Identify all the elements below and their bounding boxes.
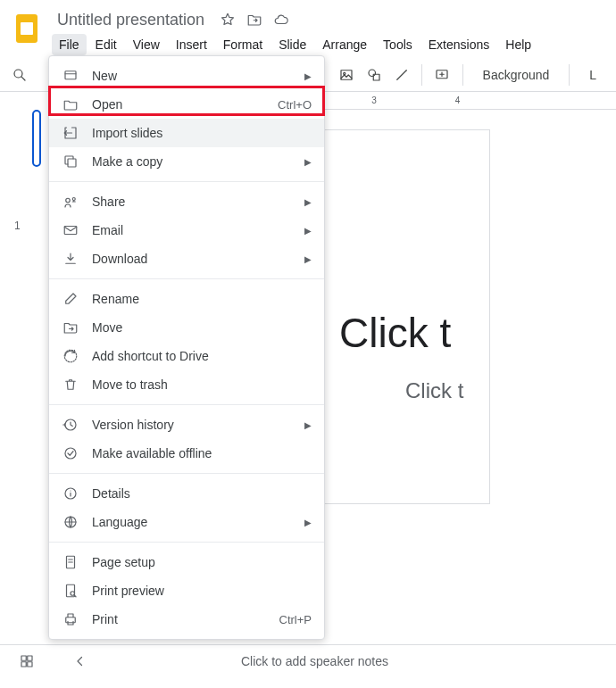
menu-edit[interactable]: Edit xyxy=(88,34,124,55)
menu-extensions[interactable]: Extensions xyxy=(421,34,496,55)
menu-item-email[interactable]: Email▶ xyxy=(49,216,324,245)
menu-divider xyxy=(49,473,324,474)
print-preview-icon xyxy=(62,582,79,600)
menu-divider xyxy=(49,404,324,405)
globe-icon xyxy=(62,513,79,531)
menu-item-new[interactable]: New▶ xyxy=(49,62,324,90)
copy-icon xyxy=(62,153,79,170)
slide-new-icon xyxy=(62,67,79,85)
menu-item-label: New xyxy=(92,69,304,83)
document-title[interactable]: Untitled presentation xyxy=(52,9,210,31)
menu-item-label: Move xyxy=(92,320,312,335)
shape-icon[interactable] xyxy=(365,64,384,86)
menu-item-move-to-trash[interactable]: Move to trash xyxy=(49,370,324,399)
info-icon xyxy=(62,485,79,502)
svg-rect-1 xyxy=(21,22,33,35)
menu-item-download[interactable]: Download▶ xyxy=(49,245,324,273)
submenu-arrow-icon: ▶ xyxy=(304,420,312,430)
menu-item-label: Email xyxy=(92,223,304,237)
rename-icon xyxy=(62,290,79,308)
search-menus-icon[interactable] xyxy=(11,64,29,86)
menu-divider xyxy=(49,542,324,543)
svg-point-5 xyxy=(344,72,345,74)
menu-item-add-shortcut-to-drive[interactable]: Add shortcut to Drive xyxy=(49,342,324,370)
menu-item-details[interactable]: Details xyxy=(49,479,324,508)
menu-view[interactable]: View xyxy=(126,34,167,55)
line-icon[interactable] xyxy=(392,64,411,86)
move-to-folder-icon[interactable] xyxy=(246,11,263,29)
svg-rect-10 xyxy=(28,656,32,660)
svg-point-15 xyxy=(66,198,71,203)
menu-divider xyxy=(49,278,324,279)
menu-item-label: Version history xyxy=(92,418,304,432)
offline-icon xyxy=(62,444,79,462)
svg-point-18 xyxy=(64,350,77,362)
add-comment-icon[interactable] xyxy=(433,64,452,86)
menu-item-open[interactable]: OpenCtrl+O xyxy=(49,90,324,119)
background-button[interactable]: Background xyxy=(474,64,559,86)
import-icon xyxy=(62,124,79,142)
menu-item-make-a-copy[interactable]: Make a copy▶ xyxy=(49,147,324,176)
menu-item-rename[interactable]: Rename xyxy=(49,285,324,313)
menu-slide[interactable]: Slide xyxy=(271,34,313,55)
menu-item-label: Page setup xyxy=(92,555,312,569)
menu-item-label: Language xyxy=(92,515,304,529)
grid-view-icon[interactable] xyxy=(18,652,36,670)
menu-item-page-setup[interactable]: Page setup xyxy=(49,548,324,576)
menu-item-language[interactable]: Language▶ xyxy=(49,508,324,536)
menu-arrange[interactable]: Arrange xyxy=(315,34,374,55)
submenu-arrow-icon: ▶ xyxy=(304,71,312,81)
download-icon xyxy=(62,250,79,268)
menu-item-make-available-offline[interactable]: Make available offline xyxy=(49,439,324,468)
menu-item-import-slides[interactable]: Import slides xyxy=(49,119,324,147)
menu-item-version-history[interactable]: Version history▶ xyxy=(49,410,324,439)
svg-rect-14 xyxy=(68,159,76,167)
menu-tools[interactable]: Tools xyxy=(376,34,420,55)
menu-help[interactable]: Help xyxy=(498,34,538,55)
submenu-arrow-icon: ▶ xyxy=(304,254,312,264)
menu-item-shortcut: Ctrl+O xyxy=(278,98,312,112)
prev-slide-icon[interactable] xyxy=(71,652,89,670)
svg-point-6 xyxy=(369,70,376,77)
insert-image-icon[interactable] xyxy=(337,64,356,86)
menu-item-label: Add shortcut to Drive xyxy=(92,349,312,363)
menu-file[interactable]: File xyxy=(52,34,87,55)
submenu-arrow-icon: ▶ xyxy=(304,518,312,527)
menu-format[interactable]: Format xyxy=(216,34,270,55)
svg-rect-11 xyxy=(21,662,26,667)
submenu-arrow-icon: ▶ xyxy=(304,157,312,167)
menu-item-label: Make available offline xyxy=(92,446,312,460)
page-setup-icon xyxy=(62,553,79,571)
speaker-notes-input[interactable]: Click to add speaker notes xyxy=(125,654,598,668)
star-icon[interactable] xyxy=(219,11,237,29)
svg-rect-26 xyxy=(66,618,76,623)
menu-item-label: Share xyxy=(92,195,304,209)
menu-item-label: Print xyxy=(92,612,279,626)
slides-logo-icon[interactable] xyxy=(11,7,43,50)
menu-item-print[interactable]: PrintCtrl+P xyxy=(49,605,324,634)
menu-item-print-preview[interactable]: Print preview xyxy=(49,576,324,605)
svg-point-20 xyxy=(65,448,76,459)
menu-item-label: Details xyxy=(92,486,312,501)
menu-item-shortcut: Ctrl+P xyxy=(279,613,312,626)
slide-thumbnail[interactable] xyxy=(32,110,41,167)
move-icon xyxy=(62,319,79,336)
history-icon xyxy=(62,416,79,434)
menu-item-label: Rename xyxy=(92,292,312,306)
folder-open-icon xyxy=(62,95,79,113)
menu-item-share[interactable]: Share▶ xyxy=(49,187,324,216)
file-menu-dropdown: New▶OpenCtrl+OImport slidesMake a copy▶S… xyxy=(48,55,325,640)
cloud-status-icon[interactable] xyxy=(272,11,290,29)
shortcut-icon xyxy=(62,347,79,365)
slide-subtitle-placeholder[interactable]: Click t xyxy=(339,378,489,403)
menu-insert[interactable]: Insert xyxy=(169,34,214,55)
slide-title-placeholder[interactable]: Click t xyxy=(339,309,489,357)
menu-item-label: Open xyxy=(92,97,278,112)
menu-item-label: Import slides xyxy=(92,126,312,140)
layout-button[interactable]: L xyxy=(580,64,605,86)
menu-item-label: Move to trash xyxy=(92,377,312,392)
svg-rect-12 xyxy=(28,662,32,667)
submenu-arrow-icon: ▶ xyxy=(304,226,312,236)
menu-item-move[interactable]: Move xyxy=(49,313,324,342)
menu-item-label: Print preview xyxy=(92,584,312,598)
